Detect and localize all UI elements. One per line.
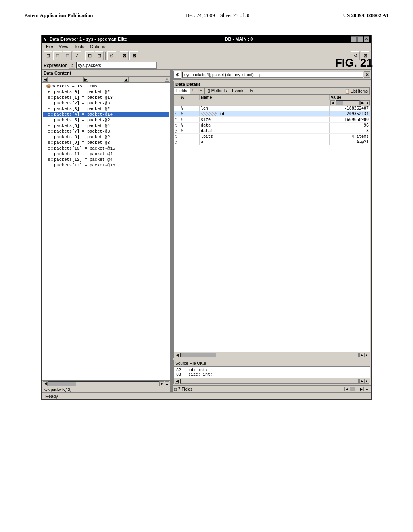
item-2-icon: □ — [51, 101, 53, 106]
left-status: sys.packets[13] — [42, 387, 170, 392]
lp-scroll-up[interactable] — [165, 381, 169, 386]
tb-btn-circle[interactable]: ∅ — [107, 51, 116, 60]
expression-label: Expression — [44, 63, 67, 68]
tree-item-11[interactable]: ⊟ □ packets[11] = packet-@4 — [43, 151, 169, 157]
address-value: sys.packets[4]; packet (like any_struct)… — [184, 73, 261, 77]
det-bottom-right[interactable] — [359, 353, 364, 357]
tb-btn-doc[interactable]: □ — [53, 51, 62, 60]
source-scroll-row — [174, 378, 370, 384]
tab-exclaim[interactable]: ! — [190, 88, 196, 94]
tree-item-9[interactable]: ⊟ □ packets[9] = packet-@3 — [43, 140, 169, 145]
detail-row-a: ○ a A-@21 — [174, 139, 370, 145]
tb-btn-x1[interactable]: ⊠ — [120, 51, 129, 60]
tree-item-6[interactable]: ⊟ □ packets[6] = packet-@4 — [43, 123, 169, 129]
db-main-label: DB - MAIN : 0 — [225, 37, 253, 42]
source-line-83: 83 size: int; — [176, 372, 367, 377]
tb-btn-z[interactable]: Z — [73, 51, 81, 60]
minimize-button[interactable]: □ — [351, 36, 357, 42]
title-bar: ∨ Data Browser 1 - sys - specman Elite D… — [42, 35, 371, 43]
expr-nav-btn[interactable]: ↺ — [69, 62, 75, 69]
tb-separator-1 — [83, 52, 83, 60]
src-scroll-up[interactable] — [364, 379, 369, 384]
tree-root-node[interactable]: ⊟ 📦 packets = 15 items — [43, 83, 169, 89]
item-11-icon: □ — [51, 152, 53, 156]
addr-close-btn[interactable]: ✕ — [364, 71, 370, 78]
tb-btn-doc2[interactable]: □ — [63, 51, 72, 60]
fp-arrow-right[interactable] — [359, 387, 364, 391]
publication-label: Patent Application Publication — [24, 12, 93, 19]
tree-item-0[interactable]: ⊞ □ packets[0] = packet-@2 — [43, 89, 169, 95]
tab-events[interactable]: Events — [229, 88, 247, 94]
detail-row-len: · % len -188362407 — [174, 106, 370, 111]
item-12-expand: ⊟ — [48, 157, 50, 162]
item-5-label: packets[5] = packet-@2 — [54, 118, 110, 123]
tab-pct2[interactable]: % — [247, 88, 256, 94]
root-folder-icon: 📦 — [46, 84, 51, 89]
col-header-icon — [174, 95, 179, 100]
item-12-label: packets[12] = packet-@4 — [54, 157, 113, 162]
menu-options[interactable]: Options — [88, 44, 108, 49]
tree-scroll-down[interactable] — [165, 77, 169, 82]
tree-item-4[interactable]: ⊟ □ packets[4] = packet-@14 — [43, 112, 169, 117]
lp-scroll-right[interactable] — [159, 381, 164, 386]
tree-item-1[interactable]: ⊟ □ packets[1] = packet-@13 — [43, 95, 169, 100]
item-5-icon: □ — [51, 118, 53, 123]
det-scroll-right[interactable] — [360, 100, 365, 105]
close-button[interactable]: ✕ — [364, 36, 369, 42]
tb-btn-grid[interactable]: ⊞ — [44, 51, 52, 60]
left-panel: Data Content ⊟ 📦 packets = 15 items — [42, 70, 171, 392]
tab-fields[interactable]: Fields — [174, 88, 190, 94]
tb-btn-paste[interactable]: ⊡ — [95, 51, 104, 60]
det-bottom-left[interactable] — [175, 353, 179, 357]
tab-methods[interactable]: () Methods — [205, 88, 229, 94]
tree-item-13[interactable]: ⊟ □ packets[13] = packet-@16 — [43, 162, 169, 168]
item-10-label: packets[10] = packet-@15 — [54, 146, 115, 151]
tb-separator-2 — [105, 52, 106, 60]
patent-number-label: US 2009/0320002 A1 — [343, 12, 389, 19]
menu-tools[interactable]: Tools — [71, 44, 87, 49]
tree-item-5[interactable]: ⊟ □ packets[5] = packet-@2 — [43, 117, 169, 123]
figure-label: FIG. 21 — [335, 56, 373, 69]
item-0-icon: □ — [51, 90, 53, 94]
src-scroll-left[interactable] — [175, 379, 179, 384]
tree-item-8[interactable]: ⊟ □ packets[8] = packet-@2 — [43, 134, 169, 140]
tree-item-7[interactable]: ⊟ □ packets[7] = packet-@3 — [43, 129, 169, 134]
tree-scroll-left[interactable] — [43, 77, 48, 82]
tree-item-3[interactable]: ⊟ □ packets[3] = packet-@2 — [43, 106, 169, 112]
expression-input[interactable]: sys.packets — [76, 62, 157, 69]
root-expand-icon: ⊟ — [43, 84, 45, 89]
tree-item-2[interactable]: ⊟ □ packets[2] = packet-@3 — [43, 100, 169, 106]
det-scroll-up[interactable] — [365, 100, 370, 105]
source-line-82: 82 id: int; — [176, 368, 367, 372]
detail-row-size: ○ % size 1669658980 — [174, 117, 370, 123]
menu-view[interactable]: View — [56, 44, 71, 49]
maximize-button[interactable]: □ — [357, 36, 363, 42]
item-1-icon: □ — [51, 96, 53, 100]
item-5-expand: ⊟ — [48, 118, 50, 123]
tree-item-12[interactable]: ⊟ □ packets[12] = packet-@4 — [43, 157, 169, 162]
details-rows: · % len -188362407 · % id — [174, 100, 370, 352]
list-items-btn[interactable]: 📋 List Items — [343, 88, 370, 94]
menu-file[interactable]: File — [44, 44, 56, 49]
fp-arrow-left[interactable] — [344, 387, 349, 391]
item-6-expand: ⊟ — [48, 123, 50, 128]
det-scroll-left[interactable] — [330, 100, 335, 105]
item-6-icon: □ — [51, 124, 53, 128]
lp-scroll-left[interactable] — [43, 381, 48, 386]
det-bottom-up[interactable] — [364, 353, 369, 357]
item-7-icon: □ — [51, 129, 53, 134]
src-scroll-right[interactable] — [359, 379, 364, 384]
tb-btn-x2[interactable]: ⊠ — [129, 51, 138, 60]
tb-btn-copy[interactable]: ⊡ — [85, 51, 94, 60]
item-3-expand: ⊟ — [48, 106, 50, 111]
fields-panel: □ 7 Fields — [173, 385, 371, 392]
tab-pct[interactable]: % — [196, 88, 205, 94]
col-header-name: Name — [200, 95, 330, 100]
tree-item-10[interactable]: ⊟ □ packets[10] = packet-@15 — [43, 145, 169, 151]
detail-row-id: · % id -209352134 — [174, 111, 370, 117]
tree-scroll-up[interactable] — [124, 77, 129, 82]
tree-scroll-right[interactable] — [83, 77, 88, 82]
val-a: A-@21 — [330, 139, 370, 145]
val-len: -188362407 — [330, 106, 370, 111]
fp-arrow-up[interactable] — [365, 387, 369, 391]
